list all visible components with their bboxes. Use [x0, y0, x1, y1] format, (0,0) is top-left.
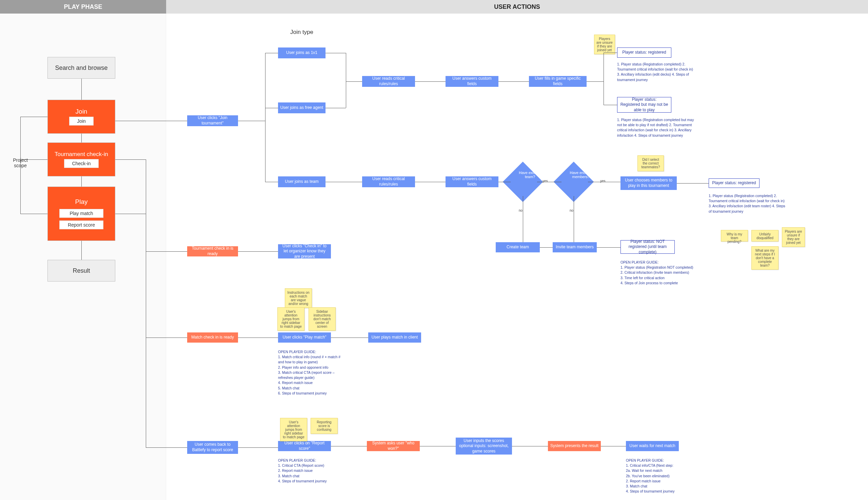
node-choose-members: User chooses members to play in this tou… [621, 177, 677, 190]
node-tci-ready: Tournament check in is ready [187, 246, 238, 257]
header-user-actions: USER ACTIONS [166, 0, 868, 14]
node-mci-ready: Match check in is ready [187, 332, 238, 343]
guide-7: OPEN PLAYER GUIDE: 1. Critical info/CTA … [626, 458, 675, 494]
node-system-who-won: System asks user "who won?" [367, 441, 420, 451]
sticky-attn-2: User's attention jumps from right sideba… [280, 418, 307, 441]
node-click-join: User clicks "Join tournament" [187, 115, 238, 126]
sticky-sb-mismatch: Sidebar instructions don't match center … [309, 307, 336, 331]
phase-result: Result [47, 260, 115, 282]
edge-no-2: no [570, 208, 574, 212]
phase-checkin-title: Tournament check-in [55, 151, 108, 158]
node-return-report: User comes back to Battlefy to report sc… [187, 441, 238, 454]
node-status-not-registered: Player status: NOT registered (until tea… [621, 240, 675, 254]
lane-play-phase [0, 14, 166, 500]
node-click-checkin: User clicks "Check in" to let organizer … [278, 244, 331, 259]
sticky-attn-1: User's attention jumps from right sideba… [277, 307, 304, 331]
guide-4: OPEN PLAYER GUIDE: 1. Player status (Reg… [621, 260, 693, 286]
flowchart-canvas: Project scope Search and browse Join Joi… [0, 14, 868, 500]
phase-play-sub1: Play match [59, 209, 103, 218]
node-system-result: System presents the result [548, 441, 601, 451]
node-answers-custom-1: User answers custom fields [445, 76, 498, 87]
edge-yes-2: yes [600, 179, 605, 183]
node-status-registered-2: Player status: registered [709, 179, 760, 188]
join-type-label: Join type [281, 29, 322, 36]
edge-yes-1: yes [543, 179, 548, 183]
sticky-pending: Why is my team pending? [721, 230, 748, 241]
node-fills-game: User fills in game specific fields [529, 76, 587, 87]
edge-no-1: no [519, 208, 522, 212]
header-play-phase: PLAY PHASE [0, 0, 166, 14]
node-inputs-scores: User inputs the scores optional inputs: … [456, 438, 512, 455]
phase-play-sub2: Report score [59, 220, 103, 229]
node-click-report: User clicks on "Report score" [278, 441, 331, 451]
phase-join-title: Join [76, 108, 88, 115]
guide-1: 1. Player status (Registration completed… [617, 62, 695, 82]
node-plays-client: User plays match in client [368, 332, 421, 343]
phase-play: Play Play match Report score [47, 186, 115, 241]
sticky-complete-team: What are my next steps if I don't have a… [751, 246, 778, 270]
node-reads-rules-2: User reads critical rules/rules [362, 177, 415, 187]
node-answers-custom-2: User answers custom fields [445, 177, 498, 187]
sticky-report-confusing: Reporting score is confusing [311, 418, 338, 434]
phase-search: Search and browse [47, 57, 115, 79]
node-reads-rules-1: User reads critical rules/rules [362, 76, 415, 87]
phase-checkin: Tournament check-in Check-in [47, 143, 115, 177]
node-status-reg-maybe: Player status: Registered but may not be… [617, 97, 671, 113]
node-wait-next: User waits for next match [626, 441, 679, 451]
phase-play-title: Play [75, 198, 88, 206]
node-status-registered-1: Player status: registered [617, 47, 671, 58]
sticky-correct-teammates: Did I select the correct teammates? [637, 155, 664, 171]
sticky-players-unsure-2: Players are unsure if they are joined ye… [782, 227, 805, 247]
phase-checkin-sub: Check-in [64, 159, 98, 168]
node-join-free-agent: User joins as free agent [278, 102, 325, 113]
guide-2: 1. Player status (Registration completed… [617, 117, 695, 138]
node-join-team: User joins as team [278, 177, 325, 187]
node-invite-members: Invite team members [553, 242, 597, 252]
sticky-players-unsure-1: Players are unsure if they are joined ye… [594, 35, 615, 54]
node-click-play: User clicks "Play match" [278, 332, 331, 343]
guide-6: OPEN PLAYER GUIDE: 1. Critical CTA (Repo… [278, 458, 327, 484]
phase-join: Join Join [47, 100, 115, 134]
guide-3: 1. Player status (Registration completed… [709, 193, 787, 214]
node-create-team: Create team [496, 242, 540, 252]
sticky-instr: Instructions on each match are vague and… [285, 288, 312, 308]
sticky-dq: Unfairly disqualified [751, 230, 778, 241]
node-join-1v1: User joins as 1v1 [278, 47, 325, 58]
phase-join-sub: Join [69, 117, 94, 125]
guide-5: OPEN PLAYER GUIDE: 1. Match critical inf… [278, 349, 346, 396]
